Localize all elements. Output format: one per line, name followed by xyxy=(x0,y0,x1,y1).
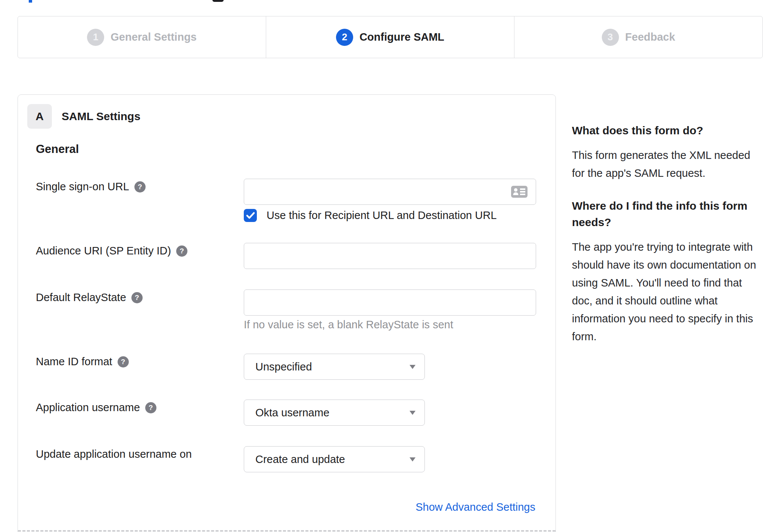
address-card-icon[interactable] xyxy=(511,185,528,198)
sso-url-label: Single sign-on URL ? xyxy=(36,181,146,193)
step-number-badge: 2 xyxy=(336,29,353,46)
show-advanced-settings-link[interactable]: Show Advanced Settings xyxy=(416,501,535,513)
help-question-1-title: What does this form do? xyxy=(572,122,760,139)
update-username-select[interactable]: Create and update xyxy=(244,446,425,472)
help-question-1-body: This form generates the XML needed for t… xyxy=(572,146,760,182)
section-title: SAML Settings xyxy=(62,104,140,129)
name-id-format-label: Name ID format ? xyxy=(36,356,129,368)
audience-uri-label: Audience URI (SP Entity ID) ? xyxy=(36,245,187,257)
relaystate-helper-text: If no value is set, a blank RelayState i… xyxy=(244,319,453,331)
step-number-badge: 1 xyxy=(87,29,104,46)
application-username-label: Application username ? xyxy=(36,401,156,414)
application-username-select[interactable]: Okta username xyxy=(244,400,425,426)
help-icon[interactable]: ? xyxy=(176,245,187,257)
saml-settings-card: A SAML Settings General Single sign-on U… xyxy=(18,94,556,532)
step-feedback[interactable]: 3 Feedback xyxy=(514,16,762,58)
help-question-2-title: Where do I find the info this form needs… xyxy=(572,198,760,231)
clipped-logo-fragment xyxy=(212,0,224,2)
step-general-settings[interactable]: 1 General Settings xyxy=(18,16,266,58)
help-icon[interactable]: ? xyxy=(134,181,146,193)
sso-url-input[interactable] xyxy=(244,179,536,205)
recipient-url-checkbox-row: Use this for Recipient URL and Destinati… xyxy=(244,209,497,222)
section-dashed-divider xyxy=(18,530,556,532)
step-label: Configure SAML xyxy=(360,31,444,43)
help-icon[interactable]: ? xyxy=(145,402,156,413)
recipient-url-checkbox[interactable] xyxy=(244,209,257,222)
recipient-url-checkbox-label: Use this for Recipient URL and Destinati… xyxy=(267,209,497,222)
help-icon[interactable]: ? xyxy=(131,292,143,303)
relaystate-label: Default RelayState ? xyxy=(36,291,143,304)
help-panel: What does this form do? This form genera… xyxy=(572,122,760,361)
help-question-2-body: The app you're trying to integrate with … xyxy=(572,238,760,345)
relaystate-input[interactable] xyxy=(244,290,536,316)
chevron-down-icon xyxy=(410,457,416,461)
wizard-stepper: 1 General Settings 2 Configure SAML 3 Fe… xyxy=(18,16,763,58)
clipped-title-fragment xyxy=(29,0,32,3)
name-id-format-select[interactable]: Unspecified xyxy=(244,354,425,380)
audience-uri-input[interactable] xyxy=(244,243,536,269)
section-a-badge: A xyxy=(27,104,52,129)
step-label: Feedback xyxy=(625,31,675,43)
chevron-down-icon xyxy=(410,411,416,415)
help-icon[interactable]: ? xyxy=(118,356,129,367)
configure-saml-page: 1 General Settings 2 Configure SAML 3 Fe… xyxy=(0,0,781,532)
step-label: General Settings xyxy=(111,31,196,43)
step-number-badge: 3 xyxy=(602,29,619,46)
update-username-label: Update application username on xyxy=(36,448,192,460)
step-configure-saml[interactable]: 2 Configure SAML xyxy=(266,16,514,58)
chevron-down-icon xyxy=(410,365,416,369)
group-title-general: General xyxy=(36,143,79,156)
